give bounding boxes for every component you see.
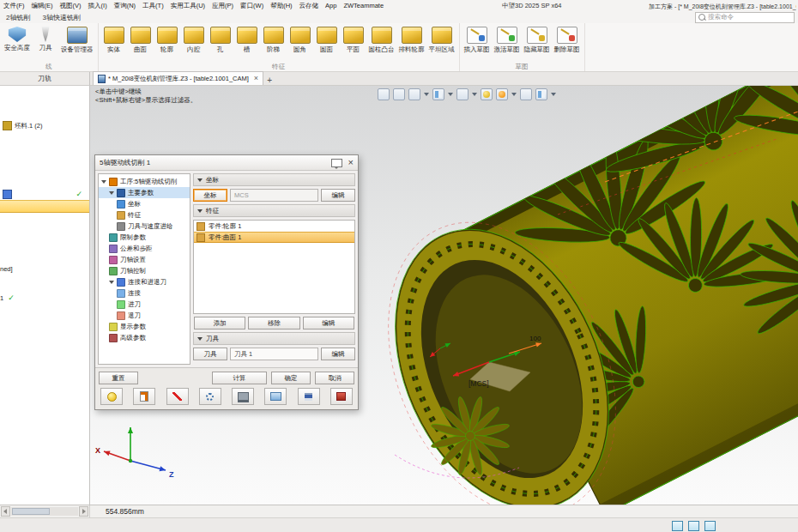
dialog-tree-item[interactable]: 公差和步距 (99, 243, 190, 254)
toolpath-panel-header[interactable]: 刀轨 (0, 72, 90, 86)
fillet-feature-button[interactable]: 圆角 (287, 25, 313, 54)
gouge-check-icon[interactable] (199, 388, 221, 405)
menu-item[interactable]: 实用工具(U) (167, 2, 209, 10)
feature-list-item[interactable]: 零件:曲面 1 (194, 232, 354, 243)
layout-toggle-icon[interactable] (704, 521, 716, 531)
output-window-icon[interactable] (688, 521, 699, 531)
feature-list[interactable]: 零件:轮廓 1零件:曲面 1 (193, 220, 355, 314)
reset-button[interactable]: 重置 (99, 372, 138, 384)
profile-feature-button[interactable]: 轮廓 (154, 25, 180, 54)
feature-section-header[interactable]: 特征 (193, 204, 355, 217)
material-render-icon[interactable] (496, 88, 508, 100)
slot-feature-button[interactable]: 槽 (234, 25, 260, 54)
cylinder-boss-feature-button[interactable]: 圆柱凸台 (367, 25, 396, 54)
dialog-tree-item[interactable]: 进刀 (99, 299, 190, 310)
shade-mode-icon[interactable] (456, 88, 469, 100)
menu-item[interactable]: 窗口(W) (237, 2, 267, 10)
menu-item[interactable]: 插入(I) (85, 2, 111, 10)
edit-note-icon[interactable] (133, 388, 155, 405)
tool-value-field[interactable]: 刀具 1 (230, 348, 318, 360)
dialog-tree-item[interactable]: 工序:5轴驱动线切削 (99, 176, 190, 187)
scroll-left-icon[interactable] (1, 506, 10, 517)
dialog-close-button[interactable]: × (348, 158, 354, 167)
dropdown-caret-icon[interactable] (448, 93, 453, 96)
toolpath-tree-row[interactable]: ned] (0, 263, 89, 275)
menu-item[interactable]: 云存储 (296, 2, 323, 10)
dialog-tree-item[interactable]: 限制参数 (99, 232, 190, 243)
cancel-button[interactable]: 取消 (315, 372, 354, 384)
coordinate-section-header[interactable]: 坐标 (193, 173, 355, 186)
toolpath-tree-row[interactable] (0, 200, 89, 213)
plane-feature-button[interactable]: 平面 (341, 25, 366, 54)
dialog-tree-item[interactable]: 连接和进退刀 (99, 276, 190, 287)
hole-feature-button[interactable]: 孔 (208, 25, 233, 54)
menu-item[interactable]: 编辑(E) (28, 2, 57, 10)
feature-edit-button[interactable]: 编辑 (303, 317, 354, 329)
command-search-input[interactable]: 搜索命令 (695, 12, 795, 23)
menu-item[interactable]: 工具(T) (139, 2, 167, 10)
dialog-tree-item[interactable]: 高级参数 (99, 332, 190, 343)
menu-item[interactable]: 帮助(H) (267, 2, 295, 10)
coordinate-edit-button[interactable]: 编辑 (321, 189, 355, 202)
scroll-right-icon[interactable] (79, 506, 88, 517)
solid-verify-icon[interactable] (264, 388, 287, 405)
surface-feature-button[interactable]: 曲面 (128, 25, 154, 54)
menu-item[interactable]: ZWTeammate (340, 2, 387, 9)
menu-item[interactable]: 文件(F) (0, 2, 28, 10)
feature-remove-button[interactable]: 移除 (248, 317, 299, 329)
step-feature-button[interactable]: 阶梯 (261, 25, 287, 54)
menu-item[interactable]: 视图(V) (57, 2, 85, 10)
feature-list-item[interactable]: 零件:轮廓 1 (194, 221, 354, 232)
toolpath-tree-row[interactable]: 1✓ (0, 293, 89, 304)
dropdown-caret-icon[interactable] (511, 93, 517, 96)
expand-caret-icon[interactable] (109, 281, 114, 284)
dialog-tree-item[interactable]: 特征 (99, 209, 190, 221)
safety-height-button[interactable]: 安全高度 (3, 25, 32, 52)
fit-view-icon[interactable] (378, 88, 390, 100)
coordinate-value-field[interactable]: MCS (230, 189, 318, 202)
menu-item[interactable]: 查询(N) (111, 2, 139, 10)
new-tab-button[interactable]: + (263, 76, 275, 85)
insert-sketch-button[interactable]: 插入草图 (462, 25, 492, 54)
dialog-tree-item[interactable]: 刀轴设置 (99, 254, 190, 265)
hint-bulb-icon[interactable] (100, 388, 123, 405)
device-manager-button[interactable]: 设备管理器 (59, 25, 95, 54)
ok-button[interactable]: 确定 (271, 372, 311, 384)
dialog-tree-item[interactable]: 坐标 (99, 198, 190, 209)
toolpath-panel-scrollbar[interactable] (0, 505, 90, 517)
dialog-titlebar[interactable]: 5轴驱动线切削 1 × (95, 155, 358, 171)
menu-item[interactable]: App (322, 2, 340, 9)
flat-region-button[interactable]: 平坦区域 (427, 25, 456, 54)
expand-caret-icon[interactable] (109, 191, 114, 195)
menu-item[interactable]: 应用(P) (209, 2, 237, 10)
tool-library-icon[interactable] (330, 388, 353, 405)
toolpath-display-icon[interactable] (166, 388, 189, 405)
section-view-icon[interactable] (520, 88, 532, 100)
scrollbar-thumb[interactable] (12, 508, 50, 515)
window-zoom-icon[interactable] (393, 88, 405, 100)
tool-section-header[interactable]: 刀具 (193, 332, 355, 345)
activate-sketch-button[interactable]: 激活草图 (493, 25, 522, 54)
dialog-tree-item[interactable]: 刀具与速度进给 (99, 221, 190, 232)
rotate-view-icon[interactable] (408, 88, 420, 100)
scrollbar-track[interactable] (11, 507, 78, 516)
expand-caret-icon[interactable] (101, 180, 106, 184)
tool-edit-button[interactable]: 编辑 (321, 348, 355, 360)
dialog-tree-item[interactable]: 主要参数 (99, 187, 190, 198)
display-settings-icon[interactable] (535, 88, 547, 100)
ribbon-tab-3axis-quick-milling[interactable]: 3轴快速铣削 (36, 13, 86, 22)
dialog-tree-item[interactable]: 显示参数 (99, 321, 190, 332)
hide-sketch-button[interactable]: 隐藏草图 (523, 25, 552, 54)
delete-sketch-button[interactable]: 删除草图 (553, 25, 582, 54)
dropdown-caret-icon[interactable] (472, 93, 477, 96)
ribbon-tab-2axis-milling[interactable]: 2轴铣削 (0, 13, 36, 22)
dialog-tree-item[interactable]: 连接 (99, 287, 190, 299)
toolpath-tree-row[interactable]: ✓ (0, 189, 89, 200)
dropdown-caret-icon[interactable] (551, 93, 556, 96)
tool-pick-button[interactable]: 刀具 (193, 348, 227, 360)
pocket-feature-button[interactable]: 内腔 (181, 25, 207, 54)
dialog-tree-item[interactable]: 刀轴控制 (99, 265, 190, 276)
tab-close-button[interactable]: × (254, 75, 258, 82)
dropdown-caret-icon[interactable] (424, 93, 429, 96)
view-orientation-icon[interactable] (432, 88, 444, 100)
